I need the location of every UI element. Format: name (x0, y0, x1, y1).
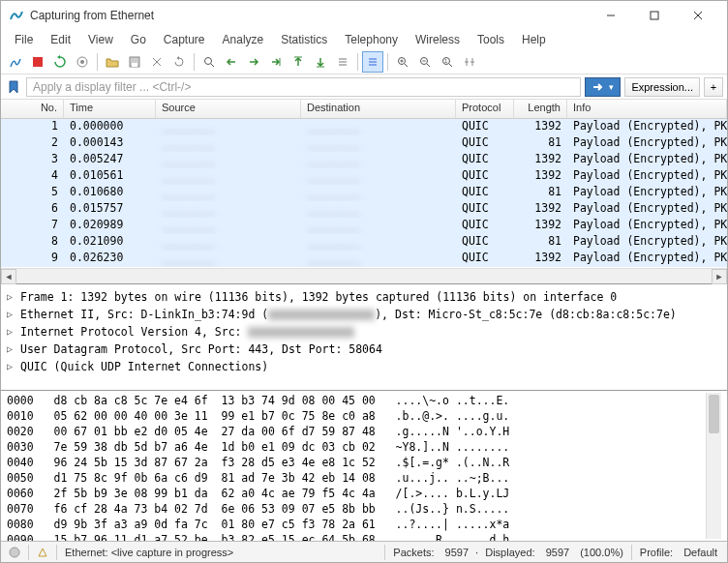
svg-text:1: 1 (444, 58, 448, 64)
maximize-button[interactable] (632, 2, 676, 29)
detail-line[interactable]: ▷Frame 1: 1392 bytes on wire (11136 bits… (7, 288, 721, 306)
packet-row[interactable]: 10.000000________________QUIC1392Payload… (1, 119, 727, 135)
zoom-in-icon[interactable] (392, 51, 413, 73)
packet-details-pane[interactable]: ▷Frame 1: 1392 bytes on wire (11136 bits… (1, 284, 727, 391)
hex-line[interactable]: 0090 15 b7 96 11 d1 a7 52 be b3 82 e5 15… (7, 532, 706, 541)
go-last-icon[interactable] (310, 51, 331, 73)
svg-line-27 (427, 64, 430, 67)
title-bar: Capturing from Ethernet (1, 1, 727, 30)
packet-row[interactable]: 70.020989________________QUIC1392Payload… (1, 218, 727, 234)
hex-line[interactable]: 0060 2f 5b b9 3e 08 99 b1 da 62 a0 4c ae… (7, 486, 706, 501)
packet-list-hscroll[interactable]: ◄ ► (1, 268, 727, 283)
auto-scroll-icon[interactable] (332, 51, 353, 73)
packet-list-pane: No. Time Source Destination Protocol Len… (1, 100, 727, 284)
status-profile[interactable]: Profile: Default (632, 545, 727, 560)
svg-point-34 (10, 548, 19, 557)
menu-edit[interactable]: Edit (43, 31, 78, 48)
stop-capture-icon[interactable] (27, 51, 48, 73)
menu-capture[interactable]: Capture (156, 31, 213, 48)
packet-row[interactable]: 30.005247________________QUIC1392Payload… (1, 152, 727, 168)
packet-row[interactable]: 20.000143________________QUIC81Payload (… (1, 135, 727, 152)
menu-statistics[interactable]: Statistics (273, 31, 335, 48)
expert-info-icon[interactable] (29, 545, 57, 560)
detail-line[interactable]: ▷QUIC (Quick UDP Internet Connections) (7, 358, 721, 375)
status-ready-icon (1, 545, 29, 560)
menu-tools[interactable]: Tools (470, 31, 512, 48)
bookmark-icon[interactable] (5, 78, 22, 96)
status-bar: Ethernet: <live capture in progress> Pac… (1, 541, 727, 562)
menu-go[interactable]: Go (123, 31, 154, 48)
hex-line[interactable]: 0010 05 62 00 00 40 00 3e 11 99 e1 b7 0c… (7, 408, 706, 424)
col-protocol: Protocol (456, 100, 514, 118)
col-no: No. (1, 100, 64, 118)
hex-line[interactable]: 0020 00 67 01 bb e2 d0 05 4e 27 da 00 6f… (7, 424, 706, 439)
scroll-left-icon[interactable]: ◄ (1, 269, 16, 284)
col-source: Source (156, 100, 301, 118)
display-filter-input[interactable] (26, 77, 581, 97)
wireshark-icon (9, 8, 24, 23)
packet-row[interactable]: 80.021090________________QUIC81Payload (… (1, 234, 727, 251)
svg-point-6 (80, 60, 84, 64)
packet-row[interactable]: 40.010561________________QUIC1392Payload… (1, 168, 727, 185)
col-destination: Destination (301, 100, 456, 118)
capture-options-icon[interactable] (72, 51, 93, 73)
resize-columns-icon[interactable] (459, 51, 480, 73)
detail-line[interactable]: ▷Internet Protocol Version 4, Src: (7, 323, 721, 341)
restart-capture-icon[interactable] (49, 51, 71, 73)
start-capture-icon[interactable] (5, 51, 26, 73)
svg-line-23 (405, 64, 408, 67)
hex-line[interactable]: 0000 d8 cb 8a c8 5c 7e e4 6f 13 b3 74 9d… (7, 393, 706, 408)
hex-scrollbar[interactable] (706, 393, 721, 539)
main-toolbar: 1 (1, 49, 727, 74)
col-length: Length (514, 100, 567, 118)
find-packet-icon[interactable] (198, 51, 220, 73)
hex-line[interactable]: 0050 d1 75 8c 9f 0b 6a c6 d9 81 ad 7e 3b… (7, 470, 706, 486)
zoom-out-icon[interactable] (414, 51, 436, 73)
window-title: Capturing from Ethernet (30, 9, 589, 22)
menu-telephony[interactable]: Telephony (337, 31, 406, 48)
status-packets: Packets: 9597 · Displayed: 9597 (100.0%) (385, 545, 632, 560)
packet-row[interactable]: 50.010680________________QUIC81Payload (… (1, 185, 727, 201)
packet-list-header[interactable]: No. Time Source Destination Protocol Len… (1, 100, 727, 119)
zoom-reset-icon[interactable]: 1 (437, 51, 458, 73)
apply-filter-button[interactable]: ▾ (585, 77, 621, 97)
menu-file[interactable]: File (7, 31, 41, 48)
reload-icon[interactable] (168, 51, 190, 73)
menu-bar: File Edit View Go Capture Analyze Statis… (1, 30, 727, 49)
menu-view[interactable]: View (80, 31, 121, 48)
save-file-icon[interactable] (124, 51, 145, 73)
open-file-icon[interactable] (102, 51, 123, 73)
expression-button[interactable]: Expression... (624, 77, 700, 97)
svg-line-12 (211, 64, 214, 67)
hex-line[interactable]: 0040 96 24 5b 15 3d 87 67 2a f3 28 d5 e3… (7, 455, 706, 470)
packet-bytes-pane[interactable]: 0000 d8 cb 8a c8 5c 7e e4 6f 13 b3 74 9d… (1, 391, 727, 541)
hex-line[interactable]: 0030 7e 59 38 db 5d b7 a6 4e 1d b0 e1 09… (7, 439, 706, 455)
menu-help[interactable]: Help (514, 31, 554, 48)
close-button[interactable] (676, 2, 719, 29)
go-back-icon[interactable] (221, 51, 242, 73)
minimize-button[interactable] (589, 2, 632, 29)
menu-wireless[interactable]: Wireless (408, 31, 468, 48)
close-file-icon[interactable] (146, 51, 167, 73)
scroll-right-icon[interactable]: ► (712, 269, 727, 284)
display-filter-bar: ▾ Expression... + (1, 74, 727, 100)
packet-row[interactable]: 90.026230________________QUIC1392Payload… (1, 251, 727, 267)
add-filter-button[interactable]: + (704, 77, 723, 97)
svg-line-30 (449, 64, 452, 67)
svg-rect-8 (132, 63, 137, 67)
detail-line[interactable]: ▷Ethernet II, Src: D-LinkIn_b3:74:9d (),… (7, 306, 721, 323)
hex-line[interactable]: 0070 f6 cf 28 4a 73 b4 02 7d 6e 06 53 09… (7, 501, 706, 517)
packet-row[interactable]: 60.015757________________QUIC1392Payload… (1, 201, 727, 218)
go-to-packet-icon[interactable] (265, 51, 287, 73)
status-capture-text: Ethernet: <live capture in progress> (57, 545, 385, 560)
go-forward-icon[interactable] (243, 51, 264, 73)
detail-line[interactable]: ▷User Datagram Protocol, Src Port: 443, … (7, 341, 721, 358)
hex-line[interactable]: 0080 d9 9b 3f a3 a9 0d fa 7c 01 80 e7 c5… (7, 517, 706, 532)
go-first-icon[interactable] (288, 51, 309, 73)
packet-list-body[interactable]: 10.000000________________QUIC1392Payload… (1, 119, 727, 268)
col-info: Info (567, 100, 727, 118)
menu-analyze[interactable]: Analyze (215, 31, 272, 48)
colorize-packets-icon[interactable] (362, 51, 383, 73)
col-time: Time (64, 100, 156, 118)
svg-rect-1 (651, 12, 658, 19)
